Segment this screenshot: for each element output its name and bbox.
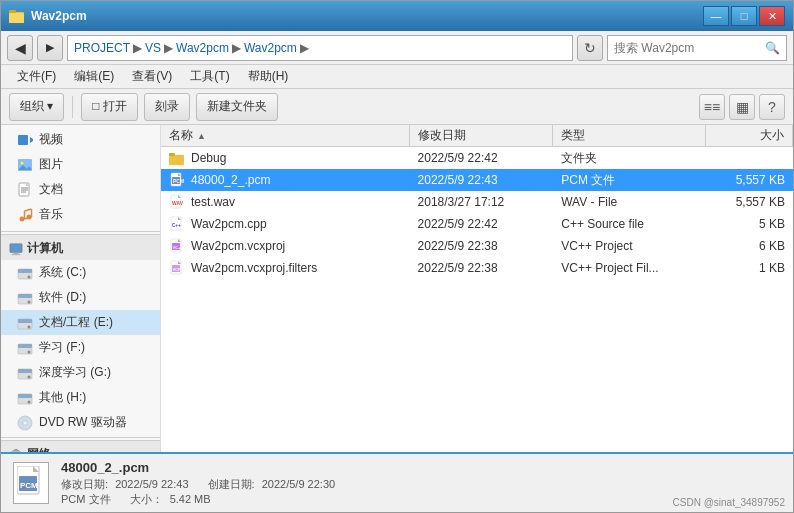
breadcrumb-item[interactable]: VS [145,41,161,55]
status-size-label: 大小： [130,493,163,505]
breadcrumb-item[interactable]: PROJECT [74,41,130,55]
view-options-button[interactable]: ≡≡ [699,94,725,120]
svg-rect-30 [18,319,32,323]
burn-button[interactable]: 刻录 [144,93,190,121]
file-type-wav: WAV - File [553,195,706,209]
breadcrumb-bar[interactable]: PROJECT ▶ VS ▶ Wav2pcm ▶ Wav2pcm ▶ [67,35,573,61]
filters-icon: VCF [169,260,185,276]
view-alt-button[interactable]: ▦ [729,94,755,120]
sidebar-drive-d[interactable]: 软件 (D:) [1,285,160,310]
window: Wav2pcm — □ ✕ ◀ ▶ PROJECT ▶ VS ▶ Wav2pcm… [0,0,794,513]
help-button[interactable]: ? [759,94,785,120]
menu-view[interactable]: 查看(V) [124,66,180,87]
address-bar: ◀ ▶ PROJECT ▶ VS ▶ Wav2pcm ▶ Wav2pcm ▶ ↻… [1,31,793,65]
svg-rect-24 [18,269,32,273]
sidebar-drive-e[interactable]: 文档/工程 (E:) [1,310,160,335]
breadcrumb-item[interactable]: Wav2pcm [244,41,297,55]
svg-rect-36 [18,369,32,373]
sidebar-drive-h[interactable]: 其他 (H:) [1,385,160,410]
drive-e-icon [17,315,33,331]
maximize-button[interactable]: □ [731,6,757,26]
status-created-date: 2022/5/9 22:30 [262,478,335,490]
close-button[interactable]: ✕ [759,6,785,26]
file-row-vcxproj[interactable]: VC+ Wav2pcm.vcxproj 2022/5/9 22:38 VC++ … [161,235,793,257]
document-icon [17,182,33,198]
breadcrumb-sep: ▶ [133,41,142,55]
vcxproj-icon: VC+ [169,238,185,254]
sidebar-computer-label: 计算机 [27,240,63,257]
window-title: Wav2pcm [31,9,87,23]
sidebar-item-document[interactable]: 文档 [1,177,160,202]
file-size-pcm: 5,557 KB [706,173,793,187]
sidebar-drive-f[interactable]: 学习 (F:) [1,335,160,360]
menu-file[interactable]: 文件(F) [9,66,64,87]
col-header-name[interactable]: 名称 ▲ [161,125,410,146]
col-header-size[interactable]: 大小 [706,125,793,146]
open-button[interactable]: □ 打开 [81,93,138,121]
svg-rect-39 [18,394,32,398]
svg-rect-47 [169,155,184,165]
folder-icon [169,150,185,166]
sidebar-drive-c[interactable]: 系统 (C:) [1,260,160,285]
minimize-button[interactable]: — [703,6,729,26]
file-date-vcxproj: 2022/5/9 22:38 [410,239,554,253]
file-date-pcm: 2022/5/9 22:43 [410,173,554,187]
search-icon: 🔍 [765,41,780,55]
status-created-label: 创建日期: [208,478,255,490]
status-filetype: PCM 文件 [61,493,111,505]
col-header-type[interactable]: 类型 [553,125,706,146]
menu-edit[interactable]: 编辑(E) [66,66,122,87]
file-row-pcm[interactable]: PCM 48000_2_.pcm 2022/5/9 22:43 PCM 文件 5… [161,169,793,191]
forward-button[interactable]: ▶ [37,35,63,61]
search-input[interactable] [614,41,765,55]
breadcrumb-sep: ▶ [300,41,309,55]
sidebar-computer-header[interactable]: 计算机 [1,234,160,260]
file-row-filters[interactable]: VCF Wav2pcm.vcxproj.filters 2022/5/9 22:… [161,257,793,279]
file-row-debug[interactable]: Debug 2022/5/9 22:42 文件夹 [161,147,793,169]
svg-text:VCF: VCF [173,267,182,272]
file-list: Debug 2022/5/9 22:42 文件夹 [161,147,793,452]
svg-point-6 [21,161,24,164]
status-file-icon: PCM [13,462,49,504]
search-bar: 🔍 [607,35,787,61]
refresh-button[interactable]: ↻ [577,35,603,61]
new-folder-button[interactable]: 新建文件夹 [196,93,278,121]
toolbar: 组织 ▾ □ 打开 刻录 新建文件夹 ≡≡ ▦ ? [1,89,793,125]
menu-tools[interactable]: 工具(T) [182,66,237,87]
sidebar-drive-g[interactable]: 深度学习 (G:) [1,360,160,385]
file-row-cpp[interactable]: C++ Wav2pcm.cpp 2022/5/9 22:42 C++ Sourc… [161,213,793,235]
file-row-wav[interactable]: WAV test.wav 2018/3/27 17:12 WAV - File … [161,191,793,213]
file-name-pcm: PCM 48000_2_.pcm [161,172,410,188]
svg-text:WAV: WAV [172,200,184,206]
sidebar-item-video[interactable]: 视频 [1,127,160,152]
svg-rect-33 [18,344,32,348]
breadcrumb-item[interactable]: Wav2pcm [176,41,229,55]
file-date-cpp: 2022/5/9 22:42 [410,217,554,231]
sidebar-sep-1 [1,231,160,232]
window-icon [9,8,25,24]
svg-point-31 [28,325,31,328]
sidebar-item-music[interactable]: 音乐 [1,202,160,227]
file-list-header: 名称 ▲ 修改日期 类型 大小 [161,125,793,147]
sidebar-favorites: 视频 图片 [1,125,160,229]
status-details-row1: 修改日期: 2022/5/9 22:43 创建日期: 2022/5/9 22:3… [61,477,781,492]
back-button[interactable]: ◀ [7,35,33,61]
title-bar-controls: — □ ✕ [703,6,785,26]
svg-rect-2 [9,13,24,23]
menu-help[interactable]: 帮助(H) [240,66,297,87]
sidebar-dvd[interactable]: DVD RW 驱动器 [1,410,160,435]
sidebar: 视频 图片 [1,125,161,452]
organize-button[interactable]: 组织 ▾ [9,93,64,121]
file-name-wav: WAV test.wav [161,194,410,210]
wav-icon: WAV [169,194,185,210]
sidebar-item-image[interactable]: 图片 [1,152,160,177]
sidebar-network-header[interactable]: 网络 [1,440,160,452]
status-bar: PCM 48000_2_.pcm 修改日期: 2022/5/9 22:43 创建… [1,452,793,512]
col-header-date[interactable]: 修改日期 [410,125,554,146]
sidebar-sep-2 [1,437,160,438]
breadcrumb-sep: ▶ [232,41,241,55]
svg-marker-4 [30,137,33,143]
watermark: CSDN @sinat_34897952 [673,497,785,508]
file-size-vcxproj: 6 KB [706,239,793,253]
svg-text:PCM: PCM [20,481,38,490]
